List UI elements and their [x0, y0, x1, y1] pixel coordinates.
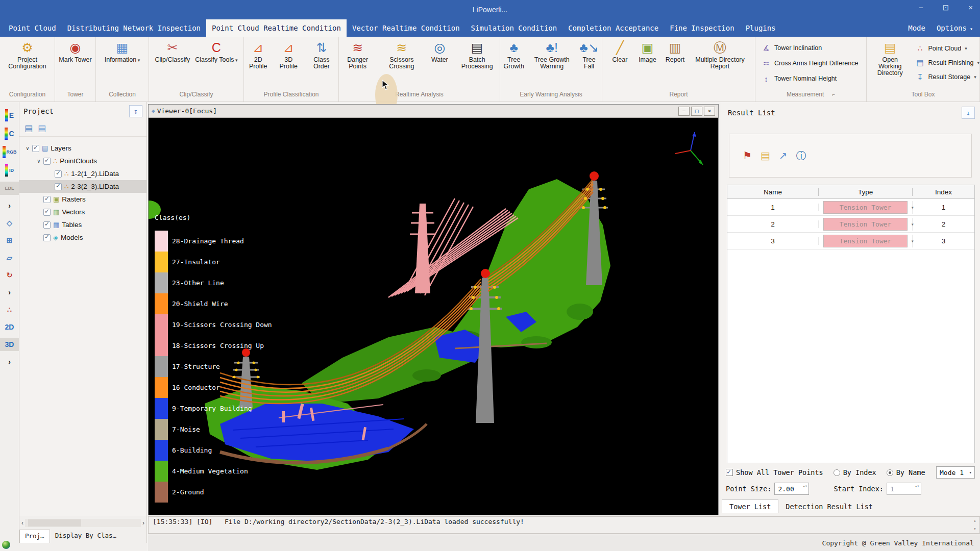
- viewer-close-icon[interactable]: ×: [704, 107, 715, 116]
- tree-row[interactable]: ∨ ∴ 2-3(2_3).LiData: [19, 180, 146, 193]
- close-icon[interactable]: ×: [968, 3, 973, 12]
- chevron-down-icon[interactable]: ∨: [23, 145, 32, 151]
- tower-type-dropdown[interactable]: Tension Tower: [823, 235, 908, 247]
- table-row[interactable]: 2 Tension Tower 2: [727, 216, 974, 233]
- point-size-spinner[interactable]: 2.00▴▾: [774, 483, 809, 495]
- ribbon-button[interactable]: ≋ Danger Points: [339, 39, 376, 70]
- show-all-tower-points-checkbox[interactable]: [726, 469, 733, 476]
- ribbon-button[interactable]: ╱ Clear: [607, 39, 633, 63]
- by-name-radio[interactable]: [887, 469, 893, 476]
- viewer-titlebar[interactable]: ◆ Viewer-0[Focus] − □ ×: [149, 105, 718, 118]
- table-row[interactable]: 1 Tension Tower 1: [727, 199, 974, 216]
- scroll-left-icon[interactable]: ‹: [21, 519, 23, 527]
- result-toolbar-icon[interactable]: ▤: [761, 149, 770, 162]
- strip-tool-icon[interactable]: 3D: [0, 338, 19, 351]
- ribbon-button[interactable]: ▣ Image: [635, 39, 660, 63]
- mode-dropdown[interactable]: Mode 1: [936, 466, 975, 479]
- strip-tool-icon[interactable]: ›: [0, 355, 19, 368]
- menu-tab[interactable]: Point Cloud: [3, 19, 62, 37]
- viewer-3d-canvas[interactable]: Class(es) 28-Drainage Thread 27-Insulato…: [149, 118, 718, 515]
- ribbon-small-button[interactable]: ∡ Tower Inclination: [762, 41, 822, 55]
- scrollbar-thumb[interactable]: [28, 519, 81, 527]
- strip-tool-icon[interactable]: EDL: [0, 182, 19, 195]
- project-panel-tab[interactable]: Proj…: [19, 530, 50, 543]
- restore-icon[interactable]: ⊡: [943, 3, 949, 12]
- menu-tab[interactable]: Plugins: [740, 19, 781, 37]
- tree-row[interactable]: ∨ ◈ Models: [19, 231, 146, 244]
- layers-stack-icon[interactable]: ▤: [38, 123, 46, 134]
- result-panel-tab[interactable]: Tower List: [722, 499, 778, 513]
- spinner-arrows-icon[interactable]: ▴▾: [803, 484, 807, 489]
- column-header-name[interactable]: Name: [727, 188, 819, 196]
- tree-row[interactable]: ∨ ∴ PointClouds: [19, 155, 146, 167]
- ribbon-button[interactable]: ♣ Tree Growth: [500, 39, 527, 70]
- project-horizontal-scrollbar[interactable]: ‹ ›: [19, 516, 147, 530]
- ribbon-button[interactable]: ▥ Report: [663, 39, 688, 63]
- layer-checkbox[interactable]: [43, 158, 51, 165]
- strip-tool-icon[interactable]: ↻: [0, 268, 19, 282]
- pin-icon[interactable]: ↧: [962, 107, 975, 119]
- ribbon-button[interactable]: ♣↘ Tree Fall: [576, 39, 602, 70]
- ribbon-button[interactable]: ⚙ Project Configuration: [4, 39, 51, 70]
- ribbon-button[interactable]: ✂ Clip/Classify: [154, 39, 192, 63]
- mode-menu[interactable]: Mode: [908, 24, 925, 32]
- menu-tab[interactable]: Distributing Network Inspection: [62, 19, 206, 37]
- pin-icon[interactable]: ↧: [129, 105, 142, 117]
- scroll-right-icon[interactable]: ›: [142, 519, 144, 527]
- by-index-radio[interactable]: [834, 469, 840, 476]
- ribbon-button[interactable]: C Classify Tools: [193, 39, 239, 64]
- layer-checkbox[interactable]: [55, 170, 62, 178]
- ribbon-small-button[interactable]: ∴ Point Cloud: [916, 41, 979, 56]
- tree-row[interactable]: ∨ ∴ 1-2(1_2).LiData: [19, 167, 146, 180]
- strip-tool-icon[interactable]: ▱: [0, 251, 19, 264]
- layer-checkbox[interactable]: [43, 234, 51, 241]
- strip-tool-icon[interactable]: C: [0, 127, 19, 141]
- ribbon-button[interactable]: ▤ Batch Processing: [454, 39, 500, 70]
- tree-row[interactable]: ∨ ▦ Vectors: [19, 206, 146, 218]
- viewer-minimize-icon[interactable]: −: [678, 107, 690, 116]
- ribbon-small-button[interactable]: ▤ Result Finishing: [916, 56, 979, 70]
- table-row[interactable]: 3 Tension Tower 3: [727, 233, 974, 249]
- ribbon-button[interactable]: ⊿ 2D Profile: [244, 39, 272, 70]
- start-index-spinner[interactable]: 1▴▾: [887, 483, 921, 495]
- result-toolbar-icon[interactable]: ⚑: [743, 149, 752, 162]
- options-menu[interactable]: Options: [937, 24, 973, 32]
- chevron-down-icon[interactable]: ∨: [35, 158, 43, 164]
- layer-checkbox[interactable]: [55, 183, 62, 190]
- column-header-index[interactable]: Index: [913, 188, 974, 196]
- minimize-icon[interactable]: −: [919, 3, 923, 12]
- menu-tab[interactable]: Vector Realtime Condition: [347, 19, 465, 37]
- status-scroll-down-icon[interactable]: ▾: [972, 526, 978, 532]
- ribbon-small-button[interactable]: ↧ Result Storage: [916, 70, 979, 84]
- spinner-arrows-icon[interactable]: ▴▾: [915, 484, 919, 489]
- ribbon-button[interactable]: ♣! Tree Growth Warning: [529, 39, 574, 70]
- ribbon-button[interactable]: ▦ Information: [103, 39, 142, 64]
- ribbon-small-button[interactable]: ≍ Cross Arms Height Difference: [762, 56, 858, 70]
- layer-checkbox[interactable]: [43, 209, 51, 216]
- tower-type-dropdown[interactable]: Tension Tower: [823, 201, 908, 214]
- tree-row[interactable]: ∨ ▣ Rasters: [19, 193, 146, 206]
- column-header-type[interactable]: Type: [819, 188, 913, 196]
- project-panel-tab[interactable]: Display By Clas…: [50, 530, 121, 543]
- layer-checkbox[interactable]: [43, 196, 51, 203]
- tower-type-dropdown[interactable]: Tension Tower: [823, 218, 908, 231]
- layers-stack-icon[interactable]: ▤: [24, 123, 33, 134]
- strip-tool-icon[interactable]: RGB: [0, 145, 19, 159]
- viewer-maximize-icon[interactable]: □: [691, 107, 702, 116]
- result-toolbar-icon[interactable]: ↗: [779, 149, 788, 162]
- strip-tool-icon[interactable]: ◇: [0, 216, 19, 230]
- ribbon-button[interactable]: ◉ Mark Tower: [57, 39, 93, 63]
- status-scroll-up-icon[interactable]: ▴: [972, 518, 978, 524]
- strip-tool-icon[interactable]: 2D: [0, 320, 19, 334]
- strip-tool-icon[interactable]: E: [0, 108, 19, 122]
- menu-tab[interactable]: Completion Acceptance: [562, 19, 664, 37]
- ribbon-button[interactable]: Ⓜ Multiple Directory Report: [690, 39, 750, 70]
- ribbon-button[interactable]: ◎ Water: [427, 39, 452, 63]
- scrollbar-track[interactable]: [25, 519, 141, 527]
- ribbon-small-button[interactable]: ↕ Tower Nominal Height: [762, 71, 837, 86]
- strip-tool-icon[interactable]: ∴: [0, 303, 19, 316]
- menu-tab[interactable]: Point Cloud Realtime Condition: [206, 19, 347, 37]
- ribbon-button[interactable]: ⊿ 3D Profile: [274, 39, 302, 70]
- strip-tool-icon[interactable]: ID: [0, 163, 19, 178]
- strip-tool-icon[interactable]: ›: [0, 286, 19, 299]
